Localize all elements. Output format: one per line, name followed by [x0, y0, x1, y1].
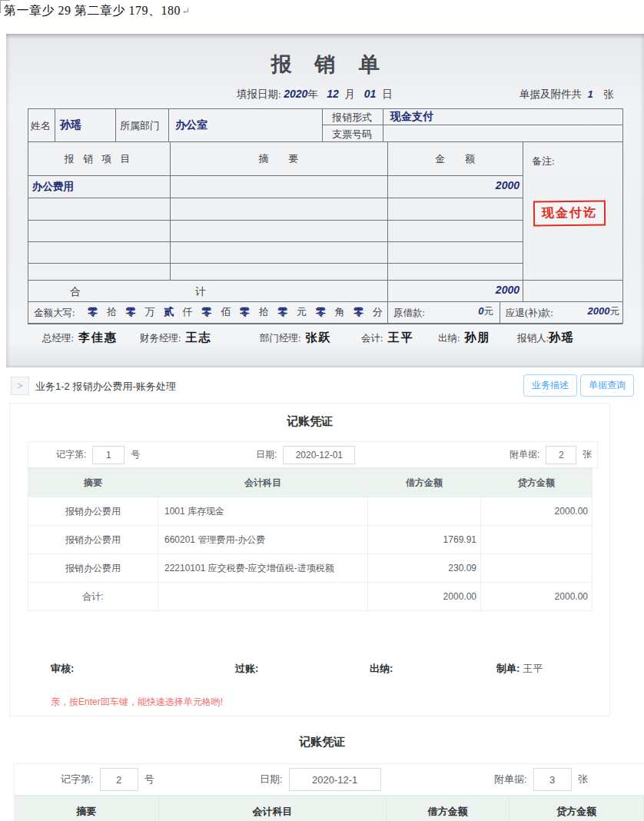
header-debit: 借方金额 [387, 796, 510, 821]
form-table: 姓名 孙瑶 所属部门 办公室 报销形式 现金支付 支票号码 报 销 项 目 摘 … [28, 108, 622, 323]
voucher-date-input[interactable] [283, 446, 355, 464]
cap-digit: 零 [277, 305, 287, 319]
cap-digit: 零 [240, 305, 250, 319]
document-heading-line: 第一章少 29 第二章少 179、180↵ [4, 3, 190, 19]
name-label: 姓名 [31, 119, 51, 133]
cell-account[interactable]: 1001 库存现金 [158, 497, 368, 525]
signature-accountant: 会计:王平 [361, 331, 413, 345]
voucher1-header-row: 摘要 会计科目 借方金额 贷方金额 [28, 468, 593, 497]
dept-label: 所属部门 [120, 119, 160, 133]
voucher-date-input[interactable] [289, 768, 381, 791]
voucher-no-label: 记字第: [56, 448, 86, 461]
col-summary: 摘 要 [170, 152, 387, 166]
sign-label: 总经理: [42, 333, 74, 344]
sign-name: 张跃 [305, 331, 331, 344]
signature-claimant: 报销人:孙瑶 [517, 331, 575, 345]
form-signatures: 总经理:李佳惠 财务经理:王志 部门经理:张跃 会计:王平 出纳:孙朋 报销人:… [6, 331, 644, 349]
dept-value: 办公室 [175, 118, 207, 132]
table-row[interactable]: 报销办公费用 660201 管理费用-办公费 1769.91 [28, 526, 593, 554]
breadcrumb: 业务1-2 报销办公费用-账务处理 [35, 380, 176, 394]
cell-credit[interactable] [481, 526, 593, 553]
cell-summary[interactable]: 合计: [28, 583, 158, 610]
fill-date-month: 12 [327, 88, 339, 100]
business-description-button[interactable]: 业务描述 [523, 374, 577, 397]
refund-label: 应退(补)款: [506, 307, 553, 320]
form-attachment-count: 单据及附件共 1 张 [520, 88, 613, 101]
voucher-date-label: 日期: [256, 448, 277, 461]
maker-value: 王平 [523, 663, 543, 674]
cap-unit: 佰 [221, 305, 231, 319]
voucher-att-label: 附单据: [494, 773, 527, 786]
cash-paid-stamp: 现金付讫 [533, 201, 606, 227]
cap-unit: 角 [334, 305, 344, 319]
cap-unit: 仟 [183, 305, 193, 319]
voucher-att-input[interactable] [533, 768, 572, 791]
cap-digit: 零 [88, 305, 98, 319]
sign-label: 部门经理: [260, 333, 300, 344]
header-account: 会计科目 [159, 796, 387, 821]
cap-unit: 万 [144, 305, 154, 319]
name-value: 孙瑶 [60, 118, 81, 132]
maker-label: 制单: [496, 663, 520, 674]
fill-date-month-unit: 月 [345, 88, 356, 100]
table-row[interactable]: 报销办公费用 22210101 应交税费-应交增值税-进项税额 230.09 [28, 554, 593, 583]
cell-credit[interactable]: 2000.00 [481, 497, 593, 525]
cap-digit: 零 [354, 305, 363, 319]
breadcrumb-chevron-icon[interactable]: > [11, 377, 29, 395]
sign-label: 会计: [361, 333, 383, 344]
voucher-no-unit: 号 [144, 773, 154, 786]
fill-date-day: 01 [364, 88, 377, 100]
attachment-count: 1 [587, 88, 593, 100]
col-note: 备注: [532, 155, 555, 168]
table-total-row[interactable]: 合计: 2000.00 2000.00 [28, 583, 593, 611]
reimbursement-form-image: 报销单 填报日期: 2020年 12月 01日 单据及附件共 1 张 [6, 34, 644, 367]
cell-debit[interactable]: 230.09 [368, 554, 481, 582]
cell-account[interactable]: 660201 管理费用-办公费 [158, 526, 368, 553]
cap-digit: 贰 [164, 305, 174, 319]
heading-text: 第一章少 29 第二章少 179、180 [4, 4, 181, 17]
cap-unit: 拾 [107, 305, 117, 319]
cell-summary[interactable]: 报销办公费用 [28, 526, 158, 553]
cell-account[interactable]: 22210101 应交税费-应交增值税-进项税额 [158, 554, 368, 582]
attachment-unit: 张 [603, 88, 614, 100]
sign-name: 李佳惠 [78, 331, 118, 344]
voucher-card-1: 记账凭证 记字第: 号 日期: 附单据: 张 摘要 会计科目 借方金额 贷方金额… [9, 403, 610, 716]
cell-credit[interactable] [481, 554, 593, 582]
fill-date-day-unit: 日 [382, 88, 393, 100]
pay-mode-label: 报销形式 [332, 111, 372, 125]
cap-unit: 元 [297, 305, 307, 319]
voucher-no-input[interactable] [92, 446, 124, 464]
signature-dm: 部门经理:张跃 [260, 331, 331, 345]
cell-credit[interactable]: 2000.00 [481, 583, 593, 610]
cell-debit[interactable]: 1769.91 [368, 526, 481, 553]
cashier-label: 出纳: [370, 663, 393, 674]
voucher1-no-field: 记字第: 号 [56, 442, 140, 467]
voucher-att-input[interactable] [546, 446, 576, 464]
cell-summary[interactable]: 报销办公费用 [28, 497, 158, 525]
cap-digit: 零 [201, 305, 211, 319]
voucher2-attachment-field: 附单据: 张 [494, 764, 588, 795]
voucher-no-label: 记字第: [61, 773, 94, 786]
signature-gm: 总经理:李佳惠 [42, 331, 118, 345]
form-title: 报销单 [6, 51, 644, 78]
cell-debit[interactable]: 2000.00 [368, 583, 481, 610]
sign-name: 孙瑶 [549, 331, 575, 344]
fill-date-label: 填报日期: [237, 88, 281, 100]
header-summary: 摘要 [14, 796, 159, 821]
document-query-button[interactable]: 单据查询 [580, 374, 634, 397]
enter-key-hint: 亲，按Enter回车键，能快速选择单元格哟! [51, 696, 223, 709]
cell-debit[interactable] [368, 497, 481, 525]
sign-label: 财务经理: [140, 333, 181, 344]
voucher-att-unit: 张 [578, 773, 588, 786]
cap-unit: 拾 [258, 305, 268, 319]
sign-label: 报销人: [517, 333, 549, 344]
cell-account[interactable] [158, 583, 368, 610]
voucher1-table: 摘要 会计科目 借方金额 贷方金额 报销办公费用 1001 库存现金 2000.… [28, 468, 593, 611]
cell-summary[interactable]: 报销办公费用 [28, 554, 158, 582]
loan-label: 原借款: [393, 307, 425, 320]
table-row[interactable]: 报销办公费用 1001 库存现金 2000.00 [28, 497, 593, 526]
voucher-no-input[interactable] [100, 768, 138, 791]
footer-review: 审核: [51, 662, 74, 676]
refund-amount: 2000 [588, 305, 610, 317]
footer-cashier: 出纳: [370, 662, 393, 676]
